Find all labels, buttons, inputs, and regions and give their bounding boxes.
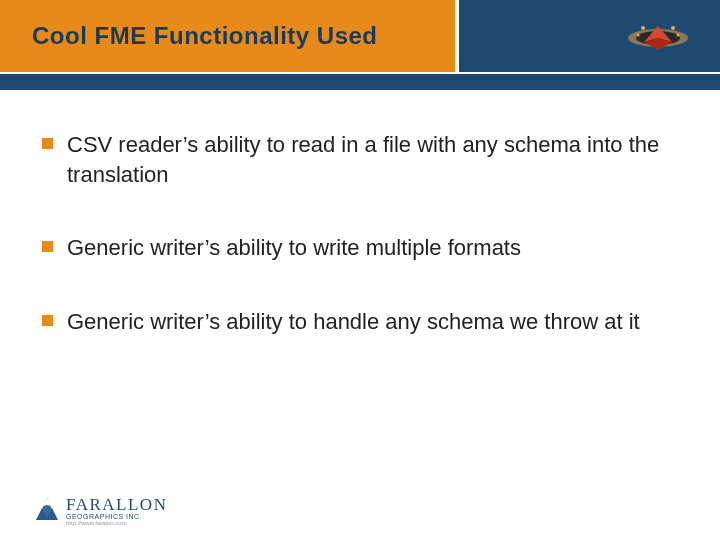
bullet-text: CSV reader’s ability to read in a file w… — [67, 130, 672, 189]
mountain-icon — [34, 496, 60, 526]
bullet-text: Generic writer’s ability to handle any s… — [67, 307, 640, 337]
svg-point-4 — [641, 26, 645, 30]
slide-title: Cool FME Functionality Used — [32, 22, 378, 50]
svg-point-6 — [637, 34, 640, 37]
bullet-item: Generic writer’s ability to write multip… — [42, 233, 672, 263]
fme-logo — [624, 18, 692, 62]
bullet-item: CSV reader’s ability to read in a file w… — [42, 130, 672, 189]
dark-band — [0, 74, 720, 90]
bullet-text: Generic writer’s ability to write multip… — [67, 233, 521, 263]
svg-point-7 — [677, 34, 680, 37]
bullet-item: Generic writer’s ability to handle any s… — [42, 307, 672, 337]
bullet-marker-icon — [42, 241, 53, 252]
content-area: CSV reader’s ability to read in a file w… — [42, 130, 672, 381]
bullet-marker-icon — [42, 138, 53, 149]
footer-company-name: FARALLON — [66, 495, 167, 515]
bullet-marker-icon — [42, 315, 53, 326]
footer-company-url: http://www.faralon.com — [66, 520, 167, 526]
svg-marker-9 — [43, 498, 51, 506]
footer-company-logo: FARALLON GEOGRAPHICS INC. http://www.far… — [34, 495, 167, 526]
svg-point-5 — [671, 26, 675, 30]
